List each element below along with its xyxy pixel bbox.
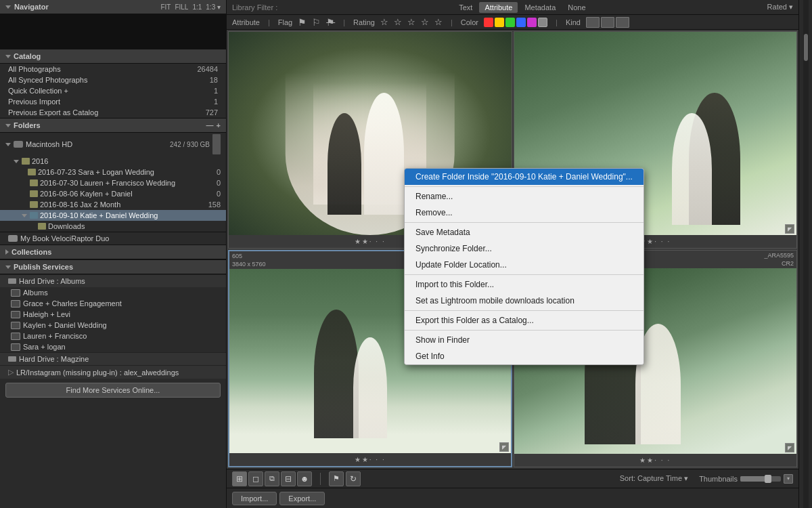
folder-downloads[interactable]: Downloads [0,221,226,232]
album-kaylen-daniel[interactable]: Kaylen + Daniel Wedding [0,320,226,331]
navigator-header[interactable]: Navigator FIT FILL 1:1 1:3 ▾ [0,0,226,14]
collections-header[interactable]: Collections [0,245,226,259]
instagram-service[interactable]: ▷ LR/Instagram (missing plug-in) : alex_… [0,365,226,379]
context-menu-item-import[interactable]: Import to this Folder... [405,276,644,293]
folder-sara-label: 2016-07-23 Sara + Logan Wedding [38,168,154,176]
album-grace[interactable]: Grace + Charles Engagement [0,298,226,309]
context-menu-item-export-catalog[interactable]: Export this Folder as a Catalog... [405,312,644,329]
folders-minus-btn[interactable]: — [206,121,214,129]
mybook-section: My Book VelociRaptor Duo [0,232,226,245]
nav-fill[interactable]: FILL [175,3,188,11]
hard-drive-albums-header[interactable]: Hard Drive : Albums [0,274,226,287]
album-kaylen-daniel-icon [11,322,20,329]
album-lauren[interactable]: Lauren + Francisco [0,331,226,341]
folders-plus-btn[interactable]: + [217,121,221,129]
publish-header[interactable]: Publish Services [0,259,226,274]
rotate-action-btn[interactable]: ↻ [346,471,361,486]
album-grace-label: Grace + Charles Engagement [23,299,122,308]
color-red[interactable] [484,18,493,27]
filter-tab-attribute[interactable]: Attribute [479,2,518,13]
mybook-item[interactable]: My Book VelociRaptor Duo [0,232,226,245]
star3[interactable]: ☆ [407,17,415,27]
catalog-item-quick[interactable]: Quick Collection + 1 [0,85,226,96]
catalog-item-prev-export[interactable]: Previous Export as Catalog 727 [0,107,226,118]
folder-kaylen-daniel[interactable]: 2016-08-06 Kaylen + Daniel 0 [0,188,226,199]
color-purple[interactable] [527,18,537,27]
catalog-quick-label: Quick Collection + [8,87,68,95]
album-haleigh-label: Haleigh + Levi [23,310,70,318]
view-people-btn[interactable]: ☻ [297,471,312,486]
flag-flagged-icon[interactable]: ⚐ [312,17,321,28]
hard-drive-magazine-header[interactable]: Hard Drive : Magzine [0,352,226,365]
view-grid-btn[interactable]: ⊞ [232,471,247,486]
publish-title: Publish Services [14,263,73,271]
catalog-quick-count: 1 [214,87,218,95]
view-compare-btn[interactable]: ⧉ [265,471,279,486]
context-menu-item-rename[interactable]: Rename... [405,188,644,205]
album-sara-label: Sara + logan [23,343,66,351]
catalog-prev-export-count: 727 [206,108,218,117]
folder-jax-count: 158 [208,200,221,209]
folder-2016[interactable]: 2016 [0,156,226,167]
album-albums[interactable]: Albums [0,287,226,298]
context-menu-item-remove[interactable]: Remove... [405,205,644,221]
filter-tab-metadata[interactable]: Metadata [519,2,561,13]
filter-tab-none[interactable]: None [562,2,591,13]
catalog-item-prev-import[interactable]: Previous Import 1 [0,96,226,107]
star4[interactable]: ☆ [421,17,429,27]
mybook-label: My Book VelociRaptor Duo [20,234,109,242]
kind-btn-1[interactable] [586,17,600,28]
folder-macintosh-hd[interactable]: Macintosh HD 242 / 930 GB [0,133,226,156]
context-menu-item-get-info[interactable]: Get Info [405,348,644,364]
folder-jax[interactable]: 2016-08-16 Jax 2 Month 158 [0,199,226,210]
color-green[interactable] [505,18,515,27]
nav-1to1[interactable]: 1:1 [192,3,202,11]
folder-lauren-francisco[interactable]: 2016-07-30 Lauren + Francisco Wedding 0 [0,177,226,188]
view-loupe-btn[interactable]: ◻ [248,471,263,486]
catalog-all-photos-count: 26484 [197,65,218,73]
context-menu-item-show-finder[interactable]: Show in Finder [405,332,644,348]
color-none[interactable] [538,18,547,27]
nav-zoom[interactable]: 1:3 ▾ [206,3,221,11]
navigator-section: Navigator FIT FILL 1:1 1:3 ▾ [0,0,226,49]
folders-section: Folders — + Macintosh HD 242 / 930 GB [0,118,226,232]
right-scroll-thumb[interactable] [804,34,808,61]
folder-kaylen-icon [30,190,38,197]
import-btn[interactable]: Import... [232,492,277,505]
flag-rejected-icon[interactable]: ⚑ [326,17,335,28]
filter-tab-text[interactable]: Text [453,2,478,13]
catalog-synced-label: All Synced Photographs [8,76,87,84]
context-menu-item-update-location[interactable]: Update Folder Location... [405,257,644,273]
folder-sara-logan[interactable]: 2016-07-23 Sara + Logan Wedding 0 [0,167,226,177]
catalog-header[interactable]: Catalog [0,49,226,64]
star1[interactable]: ☆ [380,17,388,27]
navigator-preview [0,14,226,48]
export-btn[interactable]: Export... [279,492,325,505]
find-more-services-btn[interactable]: Find More Services Online... [5,383,221,398]
context-menu-item-save-metadata[interactable]: Save Metadata [405,224,644,240]
folder-katie-daniel[interactable]: 2016-09-10 Katie + Daniel Wedding [0,210,226,221]
catalog-collapse-icon [5,55,11,58]
catalog-item-all-photos[interactable]: All Photographs 26484 [0,64,226,75]
folder-katie-expand-icon [22,214,27,217]
star2[interactable]: ☆ [394,17,402,27]
nav-fit[interactable]: FIT [160,3,171,11]
folders-header[interactable]: Folders — + [0,118,226,133]
album-haleigh[interactable]: Haleigh + Levi [0,309,226,320]
kind-btn-2[interactable] [601,17,614,28]
thumbnail-slider-handle[interactable] [765,475,771,483]
context-menu-item-set-mobile[interactable]: Set as Lightroom mobile downloads locati… [405,293,644,309]
thumbnail-slider[interactable] [740,476,781,482]
star5[interactable]: ☆ [434,17,443,27]
view-survey-btn[interactable]: ⊟ [281,471,296,486]
kind-btn-3[interactable] [616,17,629,28]
color-blue[interactable] [516,18,526,27]
flag-unflagged-icon[interactable]: ⚑ [298,17,307,28]
thumbnail-expand-btn[interactable]: ▾ [784,474,793,484]
context-menu-item-sync-folder[interactable]: Synchronize Folder... [405,240,644,257]
context-menu-item-create-folder[interactable]: Create Folder Inside "2016-09-10 Katie +… [405,169,644,185]
catalog-item-synced[interactable]: All Synced Photographs 18 [0,75,226,85]
color-yellow[interactable] [495,18,504,27]
album-sara[interactable]: Sara + logan [0,341,226,352]
flag-action-btn[interactable]: ⚑ [329,471,344,486]
